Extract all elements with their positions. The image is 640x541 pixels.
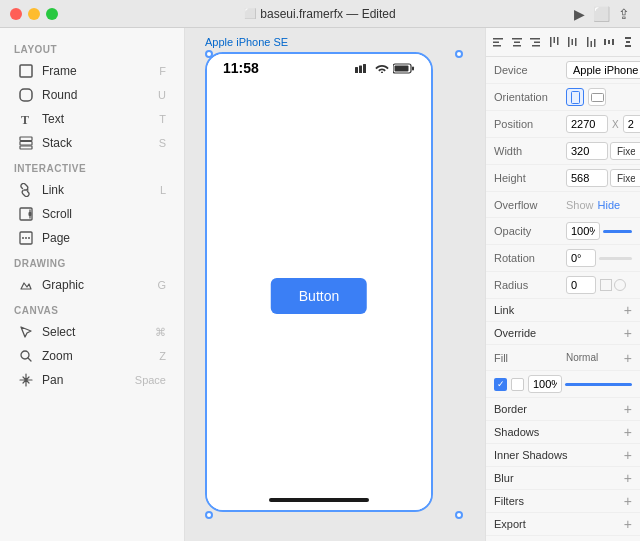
select-shortcut: ⌘: [155, 326, 166, 339]
pan-shortcut: Space: [135, 374, 166, 386]
border-row: Border +: [486, 398, 640, 421]
border-add-btn[interactable]: +: [624, 402, 632, 416]
width-input[interactable]: [566, 142, 608, 160]
preview-icon[interactable]: ⬜: [593, 6, 610, 22]
sidebar-item-zoom[interactable]: Zoom Z: [4, 344, 180, 368]
fill-add-btn[interactable]: +: [624, 351, 632, 365]
export-add-btn[interactable]: +: [624, 517, 632, 531]
sidebar-item-pan[interactable]: Pan Space: [4, 368, 180, 392]
device-select[interactable]: Apple iPhone SE: [566, 61, 640, 79]
properties-section: Device Apple iPhone SE Orientation Posit…: [486, 57, 640, 536]
fill-checkbox[interactable]: ✓: [494, 378, 507, 391]
link-icon: [18, 182, 34, 198]
resize-handle-tl[interactable]: [205, 50, 213, 58]
sidebar-item-round[interactable]: Round U: [4, 83, 180, 107]
title-text: baseui.framerfx — Edited: [260, 7, 395, 21]
round-shortcut: U: [158, 89, 166, 101]
svg-rect-46: [571, 91, 579, 103]
titlebar: ⬜ baseui.framerfx — Edited ▶ ⬜ ⇪: [0, 0, 640, 28]
align-middle-btn[interactable]: [564, 32, 581, 52]
canvas-area[interactable]: Apple iPhone SE 11:58: [185, 28, 485, 541]
orientation-landscape[interactable]: [588, 88, 606, 106]
align-left-btn[interactable]: [490, 32, 507, 52]
resize-handle-bl[interactable]: [205, 511, 213, 519]
opacity-input[interactable]: [566, 222, 600, 240]
device-label: Apple iPhone SE: [205, 36, 288, 48]
sidebar-item-stack[interactable]: Stack S: [4, 131, 180, 155]
radius-square-icon[interactable]: [600, 279, 612, 291]
radius-input[interactable]: [566, 276, 596, 294]
orientation-row: Orientation: [486, 84, 640, 111]
align-right-btn[interactable]: [527, 32, 544, 52]
close-button[interactable]: [10, 8, 22, 20]
position-y-input[interactable]: [623, 115, 640, 133]
fill-color-row: ✓: [486, 371, 640, 398]
sidebar-item-graphic[interactable]: Graphic G: [4, 273, 180, 297]
rotation-input[interactable]: [566, 249, 596, 267]
sidebar-item-select[interactable]: Select ⌘: [4, 320, 180, 344]
svg-rect-44: [625, 45, 631, 47]
opacity-slider[interactable]: [603, 230, 632, 233]
overflow-hide-btn[interactable]: Hide: [598, 199, 621, 211]
right-panel: Device Apple iPhone SE Orientation Posit…: [485, 28, 640, 541]
shadows-add-btn[interactable]: +: [624, 425, 632, 439]
radius-row: Radius: [486, 272, 640, 299]
height-input[interactable]: [566, 169, 608, 187]
blur-add-btn[interactable]: +: [624, 471, 632, 485]
filters-add-btn[interactable]: +: [624, 494, 632, 508]
distribute-v-btn[interactable]: [620, 32, 637, 52]
align-bottom-btn[interactable]: [583, 32, 600, 52]
fill-opacity-slider[interactable]: [565, 383, 632, 386]
height-row: Height Fixed Fill: [486, 165, 640, 192]
position-x-input[interactable]: [566, 115, 608, 133]
position-row: Position X Y: [486, 111, 640, 138]
phone-button[interactable]: Button: [271, 278, 367, 314]
file-icon: ⬜: [244, 8, 256, 19]
sidebar-item-scroll[interactable]: Scroll: [4, 202, 180, 226]
sidebar-item-frame[interactable]: Frame F: [4, 59, 180, 83]
sidebar: Layout Frame F Round U T: [0, 28, 185, 541]
sidebar-item-page[interactable]: Page: [4, 226, 180, 250]
export-row: Export +: [486, 513, 640, 536]
link-add-btn[interactable]: +: [624, 303, 632, 317]
maximize-button[interactable]: [46, 8, 58, 20]
opacity-row: Opacity: [486, 218, 640, 245]
width-mode-select[interactable]: Fixed Fill: [610, 142, 640, 160]
zoom-shortcut: Z: [159, 350, 166, 362]
svg-rect-31: [550, 37, 552, 47]
resize-handle-tr[interactable]: [455, 50, 463, 58]
svg-rect-27: [513, 45, 521, 47]
frame-shortcut: F: [159, 65, 166, 77]
phone-status-bar: 11:58: [207, 54, 431, 82]
orientation-portrait[interactable]: [566, 88, 584, 106]
overflow-show-btn[interactable]: Show: [566, 199, 594, 211]
width-row: Width Fixed Fill: [486, 138, 640, 165]
minimize-button[interactable]: [28, 8, 40, 20]
svg-line-14: [28, 358, 31, 361]
zoom-icon: [18, 348, 34, 364]
fill-color-swatch[interactable]: [511, 378, 524, 391]
inner-shadows-add-btn[interactable]: +: [624, 448, 632, 462]
height-label: Height: [494, 172, 566, 184]
link-row: Link +: [486, 299, 640, 322]
sidebar-item-text[interactable]: T Text T: [4, 107, 180, 131]
align-top-btn[interactable]: [546, 32, 563, 52]
svg-rect-38: [590, 41, 592, 47]
rotation-slider[interactable]: [599, 257, 632, 260]
svg-rect-39: [594, 39, 596, 47]
override-add-btn[interactable]: +: [624, 326, 632, 340]
override-row: Override +: [486, 322, 640, 345]
resize-handle-br[interactable]: [455, 511, 463, 519]
play-icon[interactable]: ▶: [574, 6, 585, 22]
height-mode-select[interactable]: Fixed Fill: [610, 169, 640, 187]
sidebar-item-link[interactable]: Link L: [4, 178, 180, 202]
graphic-icon: [18, 277, 34, 293]
position-label: Position: [494, 118, 566, 130]
distribute-h-btn[interactable]: [601, 32, 618, 52]
radius-round-icon[interactable]: [614, 279, 626, 291]
fill-opacity-input[interactable]: [528, 375, 562, 393]
align-center-btn[interactable]: [509, 32, 526, 52]
share-icon[interactable]: ⇪: [618, 6, 630, 22]
svg-rect-37: [587, 37, 589, 47]
link-label: Link: [42, 183, 160, 197]
